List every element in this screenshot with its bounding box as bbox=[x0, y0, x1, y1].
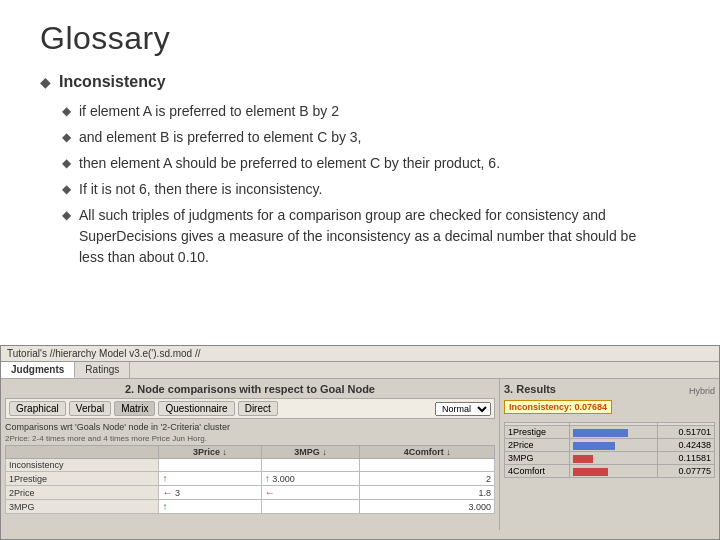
arrow-up-3: ↑ bbox=[162, 501, 167, 512]
result-val-prestige: 0.51701 bbox=[658, 426, 715, 439]
result-row-mpg: 3MPG 0.11581 bbox=[505, 452, 715, 465]
result-label-mpg: 3MPG bbox=[505, 452, 570, 465]
sub-bullet-marker-2: ◆ bbox=[62, 130, 71, 144]
sub-bullet-text-4: If it is not 6, then there is inconsiste… bbox=[79, 179, 322, 200]
comparisons-header: Comparisons wrt 'Goals Node' node in '2-… bbox=[5, 422, 495, 432]
result-row-price: 2Price 0.42438 bbox=[505, 439, 715, 452]
row-label-inconsistency: Inconsistency bbox=[6, 459, 159, 472]
result-bar-mpg bbox=[569, 452, 658, 465]
page-title: Glossary bbox=[40, 20, 680, 57]
arrow-left-2: ← bbox=[265, 487, 275, 498]
comp-row-price: 2Price ← 3 ← 1.8 bbox=[6, 486, 495, 500]
row-val-price-1: ← 3 bbox=[159, 486, 261, 500]
result-val-comfort: 0.07775 bbox=[658, 465, 715, 478]
panel-toolbar[interactable]: Graphical Verbal Matrix Questionnaire Di… bbox=[5, 398, 495, 419]
sub-bullet-1: ◆ if element A is preferred to element B… bbox=[62, 101, 680, 122]
toolbar-graphical[interactable]: Graphical bbox=[9, 401, 66, 416]
normal-select[interactable]: Normal bbox=[435, 402, 491, 416]
panel-titlebar: Tutorial's //hierarchy Model v3.e(').sd.… bbox=[1, 346, 719, 362]
comp-col-price: 3Price ↓ bbox=[159, 446, 261, 459]
sub-bullet-marker-3: ◆ bbox=[62, 156, 71, 170]
panel-titlebar-text: Tutorial's //hierarchy Model v3.e(').sd.… bbox=[7, 348, 201, 359]
result-label-prestige: 1Prestige bbox=[505, 426, 570, 439]
tab-judgments[interactable]: Judgments bbox=[1, 362, 75, 378]
sub-bullet-marker-5: ◆ bbox=[62, 208, 71, 222]
result-label-price: 2Price bbox=[505, 439, 570, 452]
row-label-price: 2Price bbox=[6, 486, 159, 500]
comp-row-inconsistency: Inconsistency bbox=[6, 459, 495, 472]
small-note: 2Price: 2-4 times more and 4 times more … bbox=[5, 434, 495, 443]
row-val-prestige-2: ↑ 3.000 bbox=[261, 472, 360, 486]
main-bullet-marker: ◆ bbox=[40, 74, 51, 90]
result-bar-comfort bbox=[569, 465, 658, 478]
row-val-inc-1 bbox=[159, 459, 261, 472]
row-val-mpg-3: 3.000 bbox=[360, 500, 495, 514]
panel-tabs[interactable]: Judgments Ratings bbox=[1, 362, 719, 379]
sub-bullet-text-2: and element B is preferred to element C … bbox=[79, 127, 361, 148]
sub-bullet-3: ◆ then element A should be preferred to … bbox=[62, 153, 680, 174]
arrow-left-1: ← bbox=[162, 487, 172, 498]
result-val-mpg: 0.11581 bbox=[658, 452, 715, 465]
sub-bullet-5: ◆ All such triples of judgments for a co… bbox=[62, 205, 680, 268]
row-val-mpg-1: ↑ bbox=[159, 500, 261, 514]
panel-body: 2. Node comparisons with respect to Goal… bbox=[1, 379, 719, 530]
panel-left: 2. Node comparisons with respect to Goal… bbox=[1, 379, 499, 530]
toolbar-questionnaire[interactable]: Questionnaire bbox=[158, 401, 234, 416]
toolbar-verbal[interactable]: Verbal bbox=[69, 401, 111, 416]
comp-col-empty bbox=[6, 446, 159, 459]
arrow-up-2: ↑ bbox=[265, 473, 270, 484]
sub-bullet-marker-1: ◆ bbox=[62, 104, 71, 118]
sub-bullet-text-3: then element A should be preferred to el… bbox=[79, 153, 500, 174]
row-val-inc-3 bbox=[360, 459, 495, 472]
row-val-mpg-2 bbox=[261, 500, 360, 514]
tab-ratings[interactable]: Ratings bbox=[75, 362, 130, 378]
row-label-mpg: 3MPG bbox=[6, 500, 159, 514]
comp-row-mpg: 3MPG ↑ 3.000 bbox=[6, 500, 495, 514]
comp-col-comfort: 4Comfort ↓ bbox=[360, 446, 495, 459]
sub-bullet-text-5: All such triples of judgments for a comp… bbox=[79, 205, 639, 268]
toolbar-matrix[interactable]: Matrix bbox=[114, 401, 155, 416]
row-label-prestige: 1Prestige bbox=[6, 472, 159, 486]
sub-bullet-2: ◆ and element B is preferred to element … bbox=[62, 127, 680, 148]
sub-bullet-4: ◆ If it is not 6, then there is inconsis… bbox=[62, 179, 680, 200]
row-val-inc-2 bbox=[261, 459, 360, 472]
row-val-price-2: ← bbox=[261, 486, 360, 500]
screenshot-panel: Tutorial's //hierarchy Model v3.e(').sd.… bbox=[0, 345, 720, 540]
result-val-price: 0.42438 bbox=[658, 439, 715, 452]
hybrid-label: Hybrid bbox=[689, 386, 715, 396]
main-bullet: ◆ Inconsistency bbox=[40, 73, 680, 91]
row-val-price-3: 1.8 bbox=[360, 486, 495, 500]
result-row-comfort: 4Comfort 0.07775 bbox=[505, 465, 715, 478]
row-val-prestige-1: ↑ bbox=[159, 472, 261, 486]
section2-title: 2. Node comparisons with respect to Goal… bbox=[5, 383, 495, 395]
inconsistency-value: Inconsistency: 0.07684 bbox=[504, 400, 612, 414]
results-table: 1Prestige 0.51701 2Price 0.42438 3MPG 0.… bbox=[504, 422, 715, 478]
comp-col-mpg: 3MPG ↓ bbox=[261, 446, 360, 459]
comp-row-prestige: 1Prestige ↑ ↑ 3.000 2 bbox=[6, 472, 495, 486]
sub-bullets-list: ◆ if element A is preferred to element B… bbox=[62, 101, 680, 268]
comp-table: 3Price ↓ 3MPG ↓ 4Comfort ↓ Inconsistency… bbox=[5, 445, 495, 514]
arrow-up-1: ↑ bbox=[162, 473, 167, 484]
main-section-heading: Inconsistency bbox=[59, 73, 166, 91]
result-row-prestige: 1Prestige 0.51701 bbox=[505, 426, 715, 439]
results-title: 3. Results bbox=[504, 383, 556, 395]
result-bar-prestige bbox=[569, 426, 658, 439]
result-label-comfort: 4Comfort bbox=[505, 465, 570, 478]
sub-bullet-marker-4: ◆ bbox=[62, 182, 71, 196]
sub-bullet-text-1: if element A is preferred to element B b… bbox=[79, 101, 339, 122]
toolbar-direct[interactable]: Direct bbox=[238, 401, 278, 416]
row-val-prestige-3: 2 bbox=[360, 472, 495, 486]
result-bar-price bbox=[569, 439, 658, 452]
panel-right: 3. Results Hybrid Inconsistency: 0.07684… bbox=[499, 379, 719, 530]
